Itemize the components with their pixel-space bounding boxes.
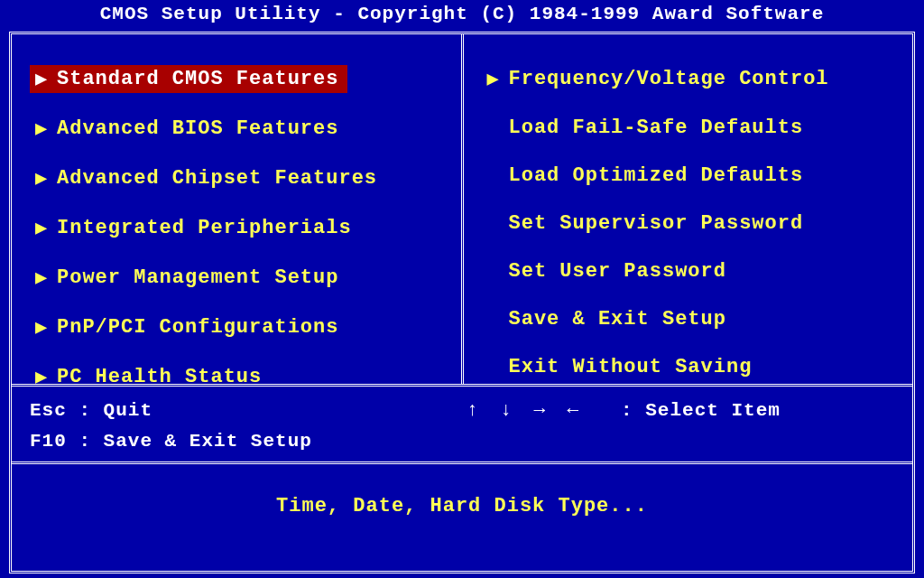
help-f10: F10 : Save & Exit Setup [30,426,457,457]
triangle-right-icon: ▶ [485,67,502,91]
menu-area: ▶Standard CMOS Features▶Advanced BIOS Fe… [12,34,912,387]
triangle-right-icon: ▶ [33,117,50,141]
menu-item-label: Set User Password [509,260,726,283]
triangle-right-icon: ▶ [33,166,50,191]
menu-item-label: Frequency/Voltage Control [509,68,829,90]
menu-item-label: Power Management Setup [57,266,338,289]
help-esc: Esc : Quit [30,396,457,426]
help-bar: Esc : Quit F10 : Save & Exit Setup ↑ ↓ →… [12,387,912,464]
menu-item-label: Exit Without Saving [509,356,753,378]
triangle-right-icon: ▶ [33,216,50,240]
menu-item-label: PnP/PCI Configurations [57,316,338,339]
triangle-right-icon: ▶ [33,266,50,290]
menu-item-label: Load Optimized Defaults [509,164,804,187]
menu-item-left-5[interactable]: ▶PnP/PCI Configurations [30,313,452,341]
menu-item-left-6[interactable]: ▶PC Health Status [30,363,452,391]
triangle-right-icon: ▶ [33,67,50,91]
menu-item-label: Standard CMOS Features [57,68,338,90]
menu-item-left-4[interactable]: ▶Power Management Setup [30,264,452,292]
menu-item-right-3[interactable]: Set Supervisor Password [482,210,904,237]
menu-item-left-0[interactable]: ▶Standard CMOS Features [30,65,347,93]
menu-item-right-5[interactable]: Save & Exit Setup [482,306,904,332]
menu-item-label: PC Health Status [57,366,262,388]
menu-item-label: Save & Exit Setup [509,308,726,331]
menu-item-label: Set Supervisor Password [509,212,804,235]
menu-item-right-0[interactable]: ▶Frequency/Voltage Control [482,65,904,93]
menu-item-right-1[interactable]: Load Fail-Safe Defaults [482,115,904,141]
menu-item-left-3[interactable]: ▶Integrated Peripherials [30,214,452,242]
menu-item-label: Advanced Chipset Features [57,167,377,190]
page-title: CMOS Setup Utility - Copyright (C) 1984-… [0,0,924,32]
menu-item-left-1[interactable]: ▶Advanced BIOS Features [30,115,452,143]
triangle-right-icon: ▶ [33,365,50,389]
menu-item-right-2[interactable]: Load Optimized Defaults [482,163,904,189]
menu-item-label: Integrated Peripherials [57,217,352,239]
menu-item-label: Advanced BIOS Features [57,117,338,140]
menu-column-left: ▶Standard CMOS Features▶Advanced BIOS Fe… [12,34,464,384]
description-bar: Time, Date, Hard Disk Type... [12,464,912,548]
bios-window: ▶Standard CMOS Features▶Advanced BIOS Fe… [9,32,915,573]
menu-item-right-4[interactable]: Set User Password [482,258,904,284]
help-arrows: ↑ ↓ → ← : Select Item [467,396,894,426]
triangle-right-icon: ▶ [33,315,50,340]
menu-item-right-6[interactable]: Exit Without Saving [482,354,904,380]
menu-column-right: ▶Frequency/Voltage ControlLoad Fail-Safe… [464,34,913,384]
menu-item-label: Load Fail-Safe Defaults [509,117,804,139]
menu-item-left-2[interactable]: ▶Advanced Chipset Features [30,164,452,192]
